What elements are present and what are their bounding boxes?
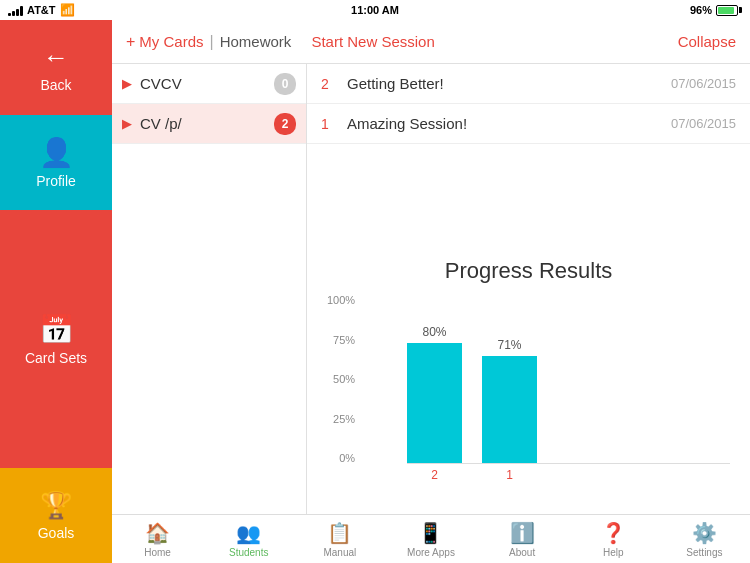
tab-home[interactable]: 🏠 Home bbox=[112, 515, 203, 563]
my-cards-tab[interactable]: My Cards bbox=[139, 33, 203, 50]
y-axis-label: 75% bbox=[333, 334, 355, 346]
tab-icon: 👥 bbox=[236, 521, 261, 545]
tab-icon: ⚙️ bbox=[692, 521, 717, 545]
tab-manual[interactable]: 📋 Manual bbox=[294, 515, 385, 563]
progress-area: Progress Results 100%75%50%25%0% 80% 71%… bbox=[307, 248, 750, 514]
wifi-icon: 📶 bbox=[60, 3, 75, 17]
sidebar-item-goals[interactable]: 🏆 Goals bbox=[0, 468, 112, 563]
back-arrow-icon: ← bbox=[43, 42, 69, 73]
card-item[interactable]: ▶ CV /p/ 2 bbox=[112, 104, 306, 144]
tab-about[interactable]: ℹ️ About bbox=[477, 515, 568, 563]
sidebar-item-cardsets[interactable]: 📅 Card Sets bbox=[0, 210, 112, 468]
bar-group: 80% bbox=[407, 325, 462, 463]
goals-icon: 🏆 bbox=[40, 490, 72, 521]
session-date: 07/06/2015 bbox=[671, 116, 736, 131]
sidebar-item-back[interactable]: ← Back bbox=[0, 20, 112, 115]
tab-more-apps[interactable]: 📱 More Apps bbox=[385, 515, 476, 563]
sidebar-profile-label: Profile bbox=[36, 173, 76, 189]
tab-label: More Apps bbox=[407, 547, 455, 558]
card-name: CVCV bbox=[140, 75, 274, 92]
tab-label: Students bbox=[229, 547, 268, 558]
tab-icon: 🏠 bbox=[145, 521, 170, 545]
sidebar-back-label: Back bbox=[40, 77, 71, 93]
session-name: Getting Better! bbox=[347, 75, 671, 92]
bar-value-label: 80% bbox=[422, 325, 446, 339]
new-session-button[interactable]: Start New Session bbox=[311, 33, 434, 50]
middle-row: ▶ CVCV 0 ▶ CV /p/ 2 2 Getting Better! 07… bbox=[112, 64, 750, 514]
bar-group: 71% bbox=[482, 338, 537, 463]
session-num: 2 bbox=[321, 76, 339, 92]
tab-icon: 📋 bbox=[327, 521, 352, 545]
tab-bar: 🏠 Home 👥 Students 📋 Manual 📱 More Apps ℹ… bbox=[112, 514, 750, 563]
card-badge: 2 bbox=[274, 113, 296, 135]
profile-icon: 👤 bbox=[39, 136, 74, 169]
chart-container: 100%75%50%25%0% 80% 71% 21 bbox=[327, 294, 730, 494]
homework-tab[interactable]: Homework bbox=[220, 33, 292, 50]
status-bar: AT&T 📶 11:00 AM 96% bbox=[0, 0, 750, 20]
tab-label: Settings bbox=[686, 547, 722, 558]
play-icon: ▶ bbox=[122, 116, 132, 131]
session-num: 1 bbox=[321, 116, 339, 132]
tab-students[interactable]: 👥 Students bbox=[203, 515, 294, 563]
card-list: ▶ CVCV 0 ▶ CV /p/ 2 bbox=[112, 64, 307, 514]
session-date: 07/06/2015 bbox=[671, 76, 736, 91]
session-item[interactable]: 2 Getting Better! 07/06/2015 bbox=[307, 64, 750, 104]
battery-icon bbox=[716, 5, 742, 16]
carrier-label: AT&T bbox=[27, 4, 56, 16]
tab-label: Manual bbox=[323, 547, 356, 558]
y-axis-label: 50% bbox=[333, 373, 355, 385]
session-item[interactable]: 1 Amazing Session! 07/06/2015 bbox=[307, 104, 750, 144]
card-name: CV /p/ bbox=[140, 115, 274, 132]
card-badge: 0 bbox=[274, 73, 296, 95]
x-labels: 21 bbox=[407, 468, 730, 482]
tab-label: Help bbox=[603, 547, 624, 558]
bar-value-label: 71% bbox=[497, 338, 521, 352]
tab-label: Home bbox=[144, 547, 171, 558]
tab-icon: ❓ bbox=[601, 521, 626, 545]
session-name: Amazing Session! bbox=[347, 115, 671, 132]
battery-percent: 96% bbox=[690, 4, 712, 16]
clock: 11:00 AM bbox=[351, 4, 399, 16]
add-icon: + bbox=[126, 33, 135, 51]
y-axis-label: 100% bbox=[327, 294, 355, 306]
top-nav: + My Cards | Homework Start New Session … bbox=[112, 20, 750, 64]
card-item[interactable]: ▶ CVCV 0 bbox=[112, 64, 306, 104]
sidebar: ← Back 👤 Profile 📅 Card Sets 🏆 Goals bbox=[0, 20, 112, 563]
sidebar-goals-label: Goals bbox=[38, 525, 75, 541]
chart-bars: 80% 71% bbox=[407, 294, 730, 464]
sidebar-item-profile[interactable]: 👤 Profile bbox=[0, 115, 112, 210]
bars-area: 80% 71% 21 bbox=[407, 294, 730, 482]
collapse-button[interactable]: Collapse bbox=[678, 33, 736, 50]
app-container: ← Back 👤 Profile 📅 Card Sets 🏆 Goals + M… bbox=[0, 20, 750, 563]
tab-label: About bbox=[509, 547, 535, 558]
progress-title: Progress Results bbox=[327, 258, 730, 284]
right-panel: 2 Getting Better! 07/06/2015 1 Amazing S… bbox=[307, 64, 750, 514]
y-axis-label: 0% bbox=[339, 452, 355, 464]
battery-area: 96% bbox=[690, 4, 742, 16]
x-axis-label: 2 bbox=[407, 468, 462, 482]
tab-settings[interactable]: ⚙️ Settings bbox=[659, 515, 750, 563]
play-icon: ▶ bbox=[122, 76, 132, 91]
nav-separator: | bbox=[210, 33, 214, 51]
y-axis-labels: 100%75%50%25%0% bbox=[327, 294, 361, 464]
cardsets-icon: 📅 bbox=[39, 313, 74, 346]
bar bbox=[407, 343, 462, 463]
bar bbox=[482, 356, 537, 463]
y-axis-label: 25% bbox=[333, 413, 355, 425]
signal-icon bbox=[8, 4, 23, 16]
tab-icon: 📱 bbox=[418, 521, 443, 545]
session-list: 2 Getting Better! 07/06/2015 1 Amazing S… bbox=[307, 64, 750, 248]
tab-help[interactable]: ❓ Help bbox=[568, 515, 659, 563]
tab-icon: ℹ️ bbox=[510, 521, 535, 545]
sidebar-cardsets-label: Card Sets bbox=[25, 350, 87, 366]
content-area: + My Cards | Homework Start New Session … bbox=[112, 20, 750, 563]
x-axis-label: 1 bbox=[482, 468, 537, 482]
